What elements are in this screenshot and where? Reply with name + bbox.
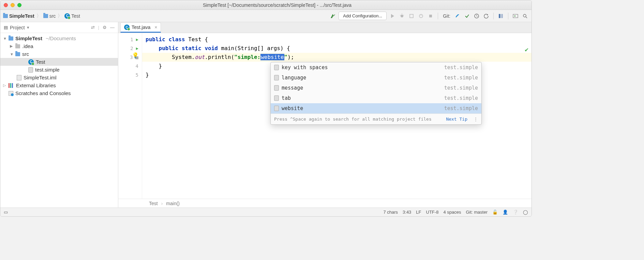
expand-icon[interactable]: ▷ xyxy=(3,83,6,88)
collapse-icon[interactable]: — xyxy=(110,25,115,30)
run-gutter-icon[interactable]: ▶ xyxy=(136,35,138,44)
intention-bulb-icon[interactable]: 💡 xyxy=(132,52,139,59)
properties-icon xyxy=(274,65,279,70)
tree-scratches[interactable]: ▷ Scratches and Consoles xyxy=(0,89,118,97)
bc-class[interactable]: Test xyxy=(149,201,158,206)
tree-test-simple[interactable]: test.simple xyxy=(0,66,118,74)
class-icon: C xyxy=(28,59,34,65)
expand-icon[interactable]: ▼ xyxy=(10,52,13,56)
editor-tab[interactable]: C Test.java × xyxy=(120,22,161,33)
stop-icon[interactable] xyxy=(427,12,434,20)
tree-label: src xyxy=(22,51,29,57)
add-configuration-button[interactable]: Add Configuration... xyxy=(339,12,387,20)
vcs-commit-icon[interactable] xyxy=(463,12,471,20)
svg-rect-9 xyxy=(501,14,503,18)
autocomplete-label: website xyxy=(282,105,303,111)
project-structure-icon[interactable] xyxy=(497,12,505,20)
select-opened-file-icon[interactable]: ⇄ xyxy=(91,25,95,30)
settings-gear-icon[interactable]: ⚙ xyxy=(103,25,107,30)
coverage-icon[interactable] xyxy=(408,12,415,20)
run-gutter-icon[interactable]: ▶ xyxy=(136,44,138,53)
debug-icon[interactable] xyxy=(398,12,406,20)
status-git-branch[interactable]: Git: master xyxy=(466,210,488,215)
autocomplete-item[interactable]: tabtest.simple xyxy=(271,93,481,103)
close-tab-icon[interactable]: × xyxy=(154,25,157,30)
project-tree[interactable]: ▼ SimpleTest ~/Documents ▶ .idea ▼ src C… xyxy=(0,33,118,208)
tree-label: Test xyxy=(36,59,45,65)
autocomplete-item[interactable]: key with spacestest.simple xyxy=(271,62,481,73)
zoom-window-button[interactable] xyxy=(17,3,21,7)
code-token: " xyxy=(284,54,288,60)
tree-src-folder[interactable]: ▼ src xyxy=(0,50,118,58)
code-token: ); xyxy=(287,54,294,60)
editor-breadcrumb[interactable]: Test › main() xyxy=(118,199,531,208)
history-icon[interactable] xyxy=(473,12,480,20)
tree-iml[interactable]: SimpleTest.iml xyxy=(0,74,118,81)
run-anything-icon[interactable] xyxy=(512,12,519,20)
breadcrumb[interactable]: SimpleTest 〉 src 〉 C Test xyxy=(3,13,80,19)
project-view-icon: ▤ xyxy=(4,25,8,30)
inspection-ok-icon[interactable]: ✔ xyxy=(524,47,529,53)
expand-icon[interactable]: ▶ xyxy=(10,44,13,48)
popup-menu-icon[interactable]: ⋮ xyxy=(474,117,478,122)
editor-tabs: C Test.java × xyxy=(118,22,531,33)
code-token: .println( xyxy=(205,54,234,60)
libraries-icon xyxy=(9,83,14,88)
minimize-window-button[interactable] xyxy=(11,3,15,7)
tree-label: External Libraries xyxy=(16,82,56,88)
git-label: Git: xyxy=(443,13,450,19)
sidebar-title[interactable]: Project xyxy=(10,25,25,30)
tree-root[interactable]: ▼ SimpleTest ~/Documents xyxy=(0,34,118,42)
search-everywhere-icon[interactable] xyxy=(521,12,529,20)
tool-window-toggle-icon[interactable]: ▭ xyxy=(4,210,8,215)
code-token: (String[] args) { xyxy=(234,45,290,51)
window-controls xyxy=(4,3,21,7)
breadcrumb-root[interactable]: SimpleTest xyxy=(9,13,34,19)
code-token: out xyxy=(195,54,205,60)
properties-icon xyxy=(274,85,279,91)
vcs-update-icon[interactable] xyxy=(454,12,461,20)
tree-label: test.simple xyxy=(35,67,60,73)
autocomplete-item[interactable]: messagetest.simple xyxy=(271,83,481,93)
code-token: main xyxy=(221,45,235,51)
properties-icon xyxy=(274,95,279,101)
properties-file-icon xyxy=(28,67,33,73)
status-line-ending[interactable]: LF xyxy=(416,210,421,215)
close-window-button[interactable] xyxy=(4,3,8,7)
dropdown-icon[interactable]: ▾ xyxy=(27,25,29,30)
run-icon[interactable] xyxy=(389,12,396,20)
tree-test-class[interactable]: C Test xyxy=(0,58,118,66)
bc-method[interactable]: main() xyxy=(166,201,180,206)
revert-icon[interactable] xyxy=(482,12,490,20)
project-sidebar: ▤ Project ▾ ⇄ | ⚙ — ▼ SimpleTest ~/Docum… xyxy=(0,22,118,208)
tree-label: SimpleTest xyxy=(15,35,42,41)
autocomplete-source: test.simple xyxy=(444,64,478,71)
breadcrumb-folder[interactable]: src xyxy=(49,13,56,19)
svg-point-0 xyxy=(401,15,403,17)
tree-idea-folder[interactable]: ▶ .idea xyxy=(0,42,118,50)
profiler-icon[interactable] xyxy=(417,12,425,20)
expand-icon[interactable]: ▼ xyxy=(3,36,6,41)
build-icon[interactable] xyxy=(329,12,336,20)
autocomplete-label: tab xyxy=(282,95,291,101)
code-selection: website xyxy=(260,54,284,60)
status-position[interactable]: 3:43 xyxy=(403,210,411,215)
class-icon: C xyxy=(64,13,70,19)
status-indent[interactable]: 4 spaces xyxy=(443,210,461,215)
next-tip-link[interactable]: Next Tip xyxy=(446,117,467,122)
inspector-icon[interactable]: 👤 xyxy=(503,210,508,215)
popup-hint: Press ^Space again to search for all mat… xyxy=(274,117,432,122)
breadcrumb-file[interactable]: Test xyxy=(71,13,80,19)
status-encoding[interactable]: UTF-8 xyxy=(426,210,439,215)
code-token: public static void xyxy=(146,45,221,51)
autocomplete-item[interactable]: languagetest.simple xyxy=(271,73,481,83)
lock-icon[interactable]: 🔓 xyxy=(492,210,498,215)
help-icon[interactable]: ❔ xyxy=(513,210,518,215)
autocomplete-item[interactable]: websitetest.simple xyxy=(271,103,481,113)
project-folder-icon xyxy=(9,36,13,41)
svg-rect-6 xyxy=(429,15,432,17)
code-area[interactable]: 1▶ 2▶ 3▦ 4 5 💡 public class Test { publi… xyxy=(118,33,531,199)
notifications-icon[interactable]: ◯ xyxy=(523,210,528,215)
tree-ext-libs[interactable]: ▷ External Libraries xyxy=(0,81,118,89)
scratches-icon xyxy=(9,91,13,96)
